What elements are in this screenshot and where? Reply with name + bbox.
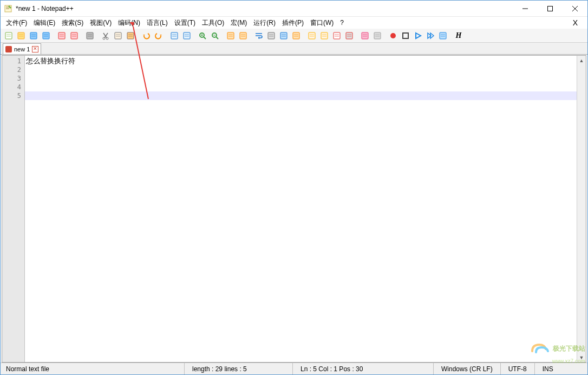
menubar: 文件(F)编辑(E)搜索(S)视图(V)编码(N)语言(L)设置(T)工具(O)… [1,17,587,29]
svg-rect-84 [440,32,446,39]
save-icon[interactable] [28,30,40,42]
window-buttons [513,1,587,16]
menu-view[interactable]: 视图(V) [87,17,115,29]
tab-modified-icon [5,46,12,52]
wrap-icon[interactable] [253,30,265,42]
svg-rect-17 [58,32,65,39]
editor-line [25,91,577,100]
menu-encoding[interactable]: 编码(N) [115,17,143,29]
paste-icon[interactable] [125,30,136,42]
play-icon[interactable] [412,30,424,42]
sync-v-icon[interactable] [225,30,237,42]
indent-icon[interactable] [278,30,290,42]
copy-icon[interactable] [112,30,124,42]
menu-settings[interactable]: 设置(T) [171,17,199,29]
tab-new1[interactable]: new 1✕ [3,43,41,54]
statusbar: Normal text file length : 29 lines : 5 L… [1,363,587,374]
playmulti-icon[interactable] [424,30,436,42]
menu-file[interactable]: 文件(F) [3,17,30,29]
menu-close-x[interactable]: X [570,18,581,27]
stop-icon[interactable] [400,30,411,42]
window-title: *new 1 - Notepad++ [16,5,513,12]
status-length: length : 29 lines : 5 [185,363,293,374]
menu-macro[interactable]: 宏(M) [227,17,250,29]
scroll-down-icon[interactable]: ▼ [577,353,586,362]
svg-rect-23 [87,32,93,39]
svg-rect-52 [240,32,246,39]
menu-plugins[interactable]: 插件(P) [279,17,307,29]
print-icon[interactable] [84,30,96,42]
monitor2-icon[interactable] [371,30,383,42]
monitor-icon[interactable] [359,30,371,42]
menu-window[interactable]: 窗口(W) [307,17,337,29]
funclist-icon[interactable] [331,30,343,42]
menu-edit[interactable]: 编辑(E) [30,17,58,29]
svg-rect-76 [362,32,368,39]
svg-point-29 [106,37,108,40]
userlang-icon[interactable] [290,30,302,42]
svg-rect-20 [71,32,77,39]
menu-help[interactable]: ? [337,18,347,28]
app-icon [4,4,12,13]
menu-run[interactable]: 运行(R) [250,17,279,29]
tabbar: new 1✕ [1,43,587,55]
svg-rect-39 [184,32,190,39]
svg-rect-33 [127,32,134,39]
notepadpp-window: *new 1 - Notepad++ 文件(F)编辑(E)搜索(S)视图(V)编… [0,0,588,375]
close-icon[interactable] [56,30,68,42]
svg-rect-2 [548,6,553,11]
folder-icon[interactable] [343,30,355,42]
editor-line [25,74,577,83]
tab-label: new 1 [14,46,30,52]
editor-line: 怎么替换换行符 [25,57,577,65]
status-mode: INS [535,363,561,374]
maximize-button[interactable] [538,1,563,16]
line-number: 3 [2,74,21,83]
new-icon[interactable] [3,30,15,42]
showall-icon[interactable] [265,30,277,42]
record-icon[interactable] [387,30,399,42]
titlebar: *new 1 - Notepad++ [1,1,587,17]
closeall-icon[interactable] [68,30,80,42]
menu-search[interactable]: 搜索(S) [58,17,87,29]
svg-rect-49 [227,32,234,39]
svg-rect-73 [346,32,352,39]
vertical-scrollbar[interactable]: ▲ ▼ [577,56,586,362]
svg-rect-67 [321,32,328,39]
editor-textarea[interactable]: 怎么替换换行符 [25,56,577,362]
svg-rect-8 [18,32,24,39]
svg-line-47 [216,37,218,39]
status-filetype: Normal text file [1,363,185,374]
docmap-icon[interactable] [306,30,318,42]
svg-rect-5 [5,32,12,39]
open-icon[interactable] [15,30,27,42]
toolbar: H [1,29,587,43]
svg-rect-14 [43,32,49,39]
svg-rect-70 [334,32,340,39]
redo-icon[interactable] [153,30,165,42]
cut-icon[interactable] [100,30,112,42]
replace-icon[interactable] [181,30,193,42]
tab-close-icon[interactable]: ✕ [32,46,38,52]
menu-language[interactable]: 语言(L) [143,17,171,29]
find-icon[interactable] [168,30,180,42]
svg-point-28 [103,37,105,40]
bold-icon[interactable]: H [453,30,465,42]
editor-line [25,65,577,74]
scroll-up-icon[interactable]: ▲ [577,56,586,65]
line-number: 1 [2,57,21,65]
savemacro-icon[interactable] [437,30,449,42]
svg-rect-64 [309,32,315,39]
sync-h-icon[interactable] [237,30,249,42]
saveall-icon[interactable] [40,30,52,42]
svg-rect-11 [30,32,37,39]
menu-tools[interactable]: 工具(O) [199,17,227,29]
status-encoding: UTF-8 [501,363,535,374]
zoomout-icon[interactable] [209,30,221,42]
zoomin-icon[interactable] [197,30,208,42]
close-button[interactable] [563,1,587,16]
minimize-button[interactable] [513,1,538,16]
status-eol: Windows (CR LF) [434,363,501,374]
undo-icon[interactable] [140,30,152,42]
doclist-icon[interactable] [318,30,330,42]
